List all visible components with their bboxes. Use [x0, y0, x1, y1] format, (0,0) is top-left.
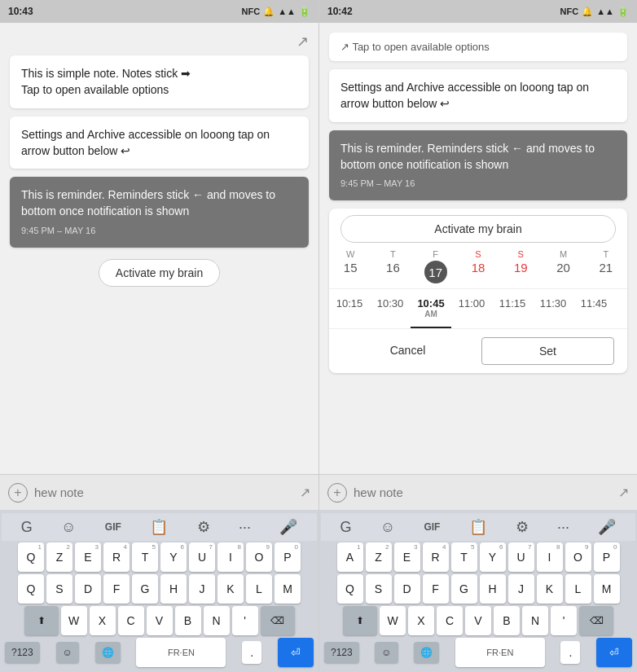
- left-google-icon[interactable]: G: [16, 517, 37, 538]
- right-key-n[interactable]: N: [522, 606, 548, 635]
- left-key-w[interactable]: 2Z: [46, 542, 72, 572]
- right-key-j[interactable]: J: [508, 574, 534, 604]
- right-key-c[interactable]: C: [437, 606, 463, 635]
- right-settings-icon[interactable]: ⚙: [511, 516, 534, 538]
- left-emoji-icon[interactable]: ☺: [56, 517, 81, 538]
- left-key-b[interactable]: B: [175, 606, 201, 635]
- left-key-x[interactable]: X: [90, 606, 116, 635]
- right-note-3[interactable]: This is reminder. Reminders stick ← and …: [329, 130, 627, 201]
- time-1045[interactable]: 10:45AM: [411, 289, 451, 328]
- right-dot-key[interactable]: .: [560, 641, 580, 664]
- left-key-q[interactable]: 1Q: [18, 542, 44, 572]
- left-key-u[interactable]: 7U: [189, 542, 215, 572]
- right-space-key[interactable]: FR·EN: [455, 638, 545, 667]
- left-key-c[interactable]: C: [118, 606, 144, 635]
- right-key-v[interactable]: V: [465, 606, 491, 635]
- right-key-b[interactable]: B: [494, 606, 520, 635]
- left-key-v[interactable]: V: [147, 606, 173, 635]
- left-activate-button[interactable]: Activate my brain: [99, 259, 220, 287]
- left-key-j[interactable]: J: [189, 574, 215, 604]
- left-key-p[interactable]: 0P: [275, 542, 301, 572]
- right-key-t[interactable]: 5T: [451, 542, 477, 572]
- left-globe-key[interactable]: 🌐: [95, 642, 121, 663]
- left-note-3[interactable]: This is reminder. Reminders stick ← and …: [10, 177, 309, 248]
- cal-day-f17[interactable]: F 17: [415, 243, 457, 288]
- left-enter-key[interactable]: ⏎: [278, 638, 314, 667]
- right-key-h[interactable]: H: [480, 574, 506, 604]
- left-key-o[interactable]: 9O: [246, 542, 272, 572]
- right-num-key[interactable]: ?123: [324, 642, 359, 663]
- right-key-y[interactable]: 6Y: [480, 542, 506, 572]
- left-backspace-key[interactable]: ⌫: [261, 606, 295, 635]
- right-backspace-key[interactable]: ⌫: [579, 606, 613, 635]
- right-shift-key[interactable]: ⬆: [343, 606, 377, 635]
- left-num-key[interactable]: ?123: [5, 642, 40, 663]
- right-google-icon[interactable]: G: [336, 517, 357, 538]
- right-more-icon[interactable]: ···: [552, 517, 574, 538]
- left-key-m[interactable]: M: [275, 574, 301, 604]
- left-gif-icon[interactable]: GIF: [100, 520, 126, 534]
- left-key-k[interactable]: K: [217, 574, 244, 604]
- right-key-z[interactable]: 2Z: [366, 542, 392, 572]
- left-settings-icon[interactable]: ⚙: [192, 516, 215, 538]
- right-expand-icon[interactable]: ↗: [618, 485, 629, 500]
- left-key-z[interactable]: W: [61, 606, 87, 635]
- right-key-u[interactable]: 7U: [508, 542, 534, 572]
- left-emoji-key[interactable]: ☺: [56, 642, 79, 663]
- right-key-e[interactable]: 3E: [394, 542, 420, 572]
- right-key-q[interactable]: Q: [337, 574, 363, 604]
- left-add-button[interactable]: +: [8, 483, 28, 503]
- time-1130[interactable]: 11:30: [533, 289, 573, 328]
- cal-day-s19[interactable]: S 19: [499, 243, 542, 288]
- left-key-g[interactable]: G: [132, 574, 158, 604]
- left-key-e[interactable]: 3E: [75, 542, 101, 572]
- right-key-p[interactable]: 0P: [594, 542, 620, 572]
- left-key-r[interactable]: 4R: [103, 542, 130, 572]
- right-key-m[interactable]: M: [594, 574, 620, 604]
- left-key-s[interactable]: S: [46, 574, 72, 604]
- time-1100[interactable]: 11:00: [451, 289, 492, 328]
- right-key-g[interactable]: G: [451, 574, 477, 604]
- left-key-l[interactable]: L: [246, 574, 272, 604]
- cal-day-w15[interactable]: W 15: [329, 243, 371, 288]
- cal-day-m20[interactable]: M 20: [542, 243, 584, 288]
- right-key-apost[interactable]: ': [551, 606, 577, 635]
- cal-day-t16[interactable]: T 16: [371, 243, 414, 288]
- left-key-t[interactable]: 5T: [132, 542, 158, 572]
- right-key-a[interactable]: 1A: [337, 542, 363, 572]
- right-key-f[interactable]: F: [423, 574, 449, 604]
- time-1015[interactable]: 10:15: [329, 289, 370, 328]
- left-space-key[interactable]: FR·EN: [136, 638, 226, 667]
- right-key-l[interactable]: L: [565, 574, 591, 604]
- right-key-d[interactable]: D: [394, 574, 420, 604]
- left-expand-icon[interactable]: ↗: [300, 485, 310, 500]
- right-clipboard-icon[interactable]: 📋: [464, 516, 492, 538]
- right-gif-icon[interactable]: GIF: [419, 520, 445, 534]
- left-key-apost[interactable]: ': [232, 606, 258, 635]
- left-key-i[interactable]: 8I: [217, 542, 244, 572]
- right-key-k[interactable]: K: [537, 574, 563, 604]
- right-key-w[interactable]: W: [380, 606, 406, 635]
- left-key-y[interactable]: 6Y: [160, 542, 187, 572]
- right-key-s[interactable]: S: [366, 574, 392, 604]
- set-button[interactable]: Set: [481, 337, 614, 365]
- left-note-input[interactable]: [34, 485, 293, 499]
- time-1115[interactable]: 11:15: [492, 289, 533, 328]
- left-note-1[interactable]: This is simple note. Notes stick ➡Tap to…: [10, 55, 309, 108]
- cal-day-t21[interactable]: T 21: [585, 243, 627, 288]
- right-top-note-partial[interactable]: ↗ Tap to open available options: [329, 33, 627, 61]
- left-note-2[interactable]: Settings and Archive accessible on looon…: [10, 116, 309, 169]
- time-1145[interactable]: 11:45: [573, 289, 614, 328]
- left-key-n[interactable]: N: [204, 606, 230, 635]
- left-key-d[interactable]: D: [75, 574, 101, 604]
- left-key-a[interactable]: Q: [18, 574, 44, 604]
- right-enter-key[interactable]: ⏎: [596, 638, 632, 667]
- right-note-input[interactable]: [354, 485, 612, 499]
- left-shift-key[interactable]: ⬆: [24, 606, 59, 635]
- cancel-button[interactable]: Cancel: [342, 337, 473, 365]
- right-key-x[interactable]: X: [408, 606, 434, 635]
- right-note-info[interactable]: Settings and Archive accessible on looon…: [329, 69, 627, 122]
- left-key-h[interactable]: H: [160, 574, 187, 604]
- time-1030[interactable]: 10:30: [370, 289, 411, 328]
- right-emoji-icon[interactable]: ☺: [376, 517, 400, 538]
